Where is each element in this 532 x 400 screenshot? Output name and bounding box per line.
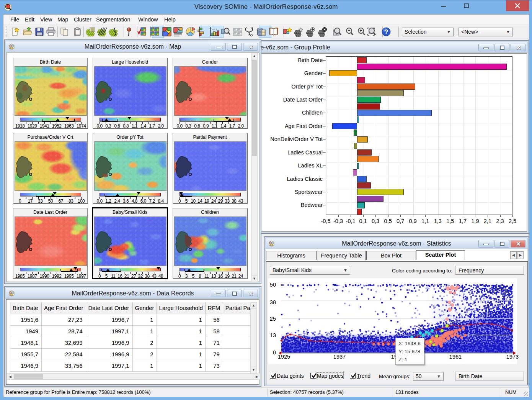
svg-text:1925: 1925: [278, 354, 290, 359]
svg-text:?: ?: [384, 28, 388, 36]
svg-text:1937: 1937: [333, 354, 346, 359]
svg-text:6 7 1: 6 7 1: [212, 28, 217, 31]
svg-text:1961: 1961: [449, 354, 462, 359]
svg-text:1973: 1973: [506, 354, 519, 359]
